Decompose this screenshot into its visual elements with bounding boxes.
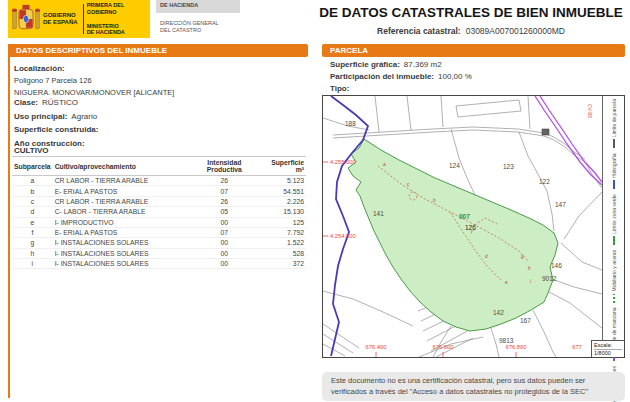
legend-item: Mobiliario y aceras bbox=[611, 250, 617, 303]
table-cell: 07 bbox=[189, 186, 259, 196]
parcel-number-label: 167 bbox=[520, 317, 531, 324]
field-value: RÚSTICO bbox=[42, 98, 78, 107]
table-cell: 26 bbox=[189, 176, 259, 186]
table-cell: 125 bbox=[259, 217, 306, 227]
secretaria-box: DE HACIENDA bbox=[156, 0, 240, 13]
legend-item: Hidrografía bbox=[611, 153, 617, 189]
table-cell: 05 bbox=[189, 207, 259, 217]
field-label: Tipo: bbox=[330, 84, 349, 93]
coat-of-arms-icon bbox=[11, 3, 41, 35]
x-coordinate-label: 676.400 bbox=[366, 344, 387, 350]
table-cell: h bbox=[12, 248, 53, 258]
parcel-number-label: 123 bbox=[503, 163, 514, 170]
map-legend: Límite de parcelaHidrografíaLímite zona … bbox=[603, 96, 624, 357]
parcel-number-label: 142 bbox=[493, 309, 504, 316]
field-row: Superficie gráfica:87.369 m2 bbox=[330, 59, 472, 71]
table-cell: 5.123 bbox=[259, 176, 306, 186]
subparcel-letter: e bbox=[505, 280, 508, 285]
field-value: Agrario bbox=[71, 112, 97, 121]
table-cell: i bbox=[12, 259, 53, 269]
legend-symbol bbox=[613, 180, 615, 189]
subject-parcel-number: 126 bbox=[465, 224, 476, 231]
scale-value: 1/8000 bbox=[594, 349, 622, 357]
table-cell: 00 bbox=[189, 248, 259, 258]
table-cell: 00 bbox=[189, 238, 259, 248]
table-cell: C- LABOR - TIERRA ARABLE bbox=[53, 207, 190, 217]
table-cell: d bbox=[12, 207, 53, 217]
table-cell: 1.522 bbox=[259, 238, 306, 248]
table-cell: 26 bbox=[189, 196, 259, 206]
column-header: Subparcela bbox=[12, 157, 53, 176]
subparcel-letter: b bbox=[433, 198, 436, 203]
legend-label: Límite zona verde bbox=[611, 194, 617, 234]
table-cell: e bbox=[12, 217, 53, 227]
table-cell: b bbox=[12, 186, 53, 196]
table-row: aCR LABOR - TIERRA ARABLE265.123 bbox=[12, 176, 306, 186]
table-cell: E- ERIAL A PASTOS bbox=[53, 227, 190, 237]
parcel-number-label: 146 bbox=[551, 262, 562, 269]
field-label: Superficie construida: bbox=[14, 125, 98, 134]
legend-symbol bbox=[613, 294, 615, 303]
field-label: Uso principal: bbox=[14, 112, 67, 121]
field-row: Tipo: bbox=[330, 83, 472, 95]
x-coordinate-label: 677 bbox=[572, 344, 582, 350]
table-header-row: SubparcelaCultivo/aprovechamientoIntensi… bbox=[12, 157, 306, 176]
logo-divider bbox=[83, 4, 84, 34]
parcel-number-label: 122 bbox=[539, 178, 550, 185]
subparcel-letter: g bbox=[521, 254, 524, 259]
subparcel-letter: a bbox=[383, 162, 386, 167]
table-row: iI- INSTALACIONES SOLARES00372 bbox=[12, 259, 306, 269]
parcel-number-label: 9012 bbox=[542, 275, 557, 282]
table-cell: 15.130 bbox=[259, 207, 306, 217]
table-row: bE- ERIAL A PASTOS0754.551 bbox=[12, 186, 306, 196]
table-cell: I- INSTALACIONES SOLARES bbox=[53, 259, 190, 269]
legend-symbol bbox=[613, 236, 615, 245]
localizacion-label: Localización: bbox=[14, 63, 174, 75]
table-cell: 528 bbox=[259, 248, 306, 258]
subparcel-letter: h bbox=[528, 266, 531, 271]
field-row: Superficie construida: bbox=[14, 123, 102, 137]
field-row: Clase:RÚSTICO bbox=[14, 96, 102, 110]
parcela-fields: Superficie gráfica:87.369 m2Participació… bbox=[330, 59, 472, 95]
table-row: cCR LABOR - TIERRA ARABLE262.226 bbox=[12, 196, 306, 206]
building-icon bbox=[542, 129, 549, 135]
legend-label: Hidrografía bbox=[611, 153, 617, 178]
legend-label: Mobiliario y aceras bbox=[611, 250, 617, 292]
table-cell: 00 bbox=[189, 259, 259, 269]
table-cell: 07 bbox=[189, 227, 259, 237]
table-cell: I- INSTALACIONES SOLARES bbox=[53, 238, 190, 248]
x-coordinate-label: 676.600 bbox=[433, 344, 454, 350]
scale-box: Escala: 1/8000 bbox=[591, 340, 624, 357]
parcel-number-label: 141 bbox=[373, 210, 384, 217]
road-label: CV-83 bbox=[587, 104, 593, 118]
gobierno-espana-label: GOBIERNO DE ESPAÑA bbox=[43, 12, 80, 26]
y-coordinate-label: 4.254.800 bbox=[330, 233, 356, 239]
field-label: Clase: bbox=[14, 98, 38, 107]
field-label: Participación del inmueble: bbox=[330, 72, 434, 81]
field-value: 87.369 m2 bbox=[404, 60, 442, 69]
legend-item: Límite de parcela bbox=[611, 99, 617, 148]
table-cell: CR LABOR - TIERRA ARABLE bbox=[53, 176, 190, 186]
map-drawing: 18812412312214714114690121421679813acbfd… bbox=[323, 96, 602, 357]
cadastral-reference: Referencia catastral:03089A007001260000M… bbox=[315, 26, 627, 36]
table-row: fE- ERIAL A PASTOS077.792 bbox=[12, 227, 306, 237]
section-bar-datos-descriptivos: DATOS DESCRIPTIVOS DEL INMUEBLE bbox=[8, 44, 308, 57]
parcel-number-label: 9813 bbox=[499, 337, 514, 344]
scale-label: Escala: bbox=[594, 342, 622, 349]
localizacion-block: Localización: Poligono 7 Parcela 126NIGU… bbox=[14, 63, 174, 99]
government-logo: GOBIERNO DE ESPAÑA PRIMERA DEL GOBIERNO … bbox=[8, 0, 150, 38]
direccion-catastro-label: DIRECCIÓN GENERAL DEL CATASTRO bbox=[160, 20, 219, 34]
table-cell: c bbox=[12, 196, 53, 206]
table-cell: I- INSTALACIONES SOLARES bbox=[53, 248, 190, 258]
disclaimer-note: Este documento no es una certificación c… bbox=[322, 372, 625, 401]
reference-label: Referencia catastral: bbox=[377, 26, 461, 36]
column-header: Superficie m² bbox=[259, 157, 306, 176]
cultivo-title: CULTIVO bbox=[14, 146, 49, 155]
table-row: eI- IMPRODUCTIVO00125 bbox=[12, 217, 306, 227]
localizacion-line: Poligono 7 Parcela 126 bbox=[14, 75, 174, 87]
legend-item: Límite zona verde bbox=[611, 194, 617, 245]
table-row: dC- LABOR - TIERRA ARABLE0515.130 bbox=[12, 207, 306, 217]
table-cell: E- ERIAL A PASTOS bbox=[53, 186, 190, 196]
column-header: Cultivo/aprovechamiento bbox=[53, 157, 190, 176]
column-header: Intensidad Productiva bbox=[189, 157, 259, 176]
